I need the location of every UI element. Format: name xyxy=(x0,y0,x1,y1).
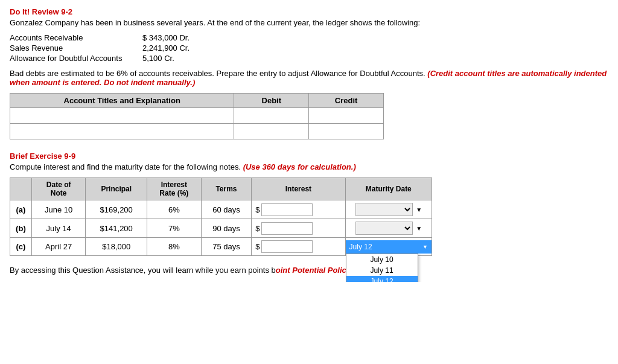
ledger-row-sales: Sales Revenue 2,241,900 Cr. xyxy=(10,43,608,53)
do-it-instructions: Bad debts are estimated to be 6% of acco… xyxy=(10,69,608,87)
do-it-intro: Gonzalez Company has been in business se… xyxy=(10,18,608,27)
dropdown-arrow-c: ▼ xyxy=(422,244,428,250)
ledger-label-ar: Accounts Receivable xyxy=(10,33,142,42)
notes-maturity-a[interactable]: ▼ xyxy=(345,200,432,219)
notes-maturity-b[interactable]: ▼ xyxy=(345,219,432,238)
journal-debit-cell-1[interactable] xyxy=(234,108,309,124)
journal-credit-cell-1[interactable] xyxy=(309,108,384,124)
maturity-dropdown-c[interactable]: July 12 ▼ July 10 July 11 July 12 August… xyxy=(346,240,432,254)
notes-header-rate: InterestRate (%) xyxy=(147,178,202,200)
notes-date-b: July 14 xyxy=(31,219,86,238)
notes-label-b: (b) xyxy=(10,219,32,238)
notes-terms-b: 90 days xyxy=(201,219,252,238)
journal-header-title: Account Titles and Explanation xyxy=(10,94,234,108)
journal-row-1 xyxy=(10,108,384,124)
journal-table: Account Titles and Explanation Debit Cre… xyxy=(10,93,384,139)
ledger-label-allowance: Allowance for Doubtful Accounts xyxy=(10,54,142,63)
notes-table: Date ofNote Principal InterestRate (%) T… xyxy=(10,177,432,256)
journal-debit-input-2[interactable] xyxy=(237,126,305,136)
journal-credit-cell-2[interactable] xyxy=(309,124,384,139)
ledger-label-sales: Sales Revenue xyxy=(10,43,142,53)
bottom-text: By accessing this Question Assistance, y… xyxy=(10,266,608,275)
notes-header-label xyxy=(10,178,32,200)
notes-row-b: (b) July 14 $141,200 7% 90 days $ ▼ xyxy=(10,219,432,238)
notes-principal-a: $169,200 xyxy=(86,200,147,219)
ledger-row-ar: Accounts Receivable $ 343,000 Dr. xyxy=(10,33,608,42)
brief-section: Brief Exercise 9-9 Compute interest and … xyxy=(10,152,608,275)
bottom-text-start: By accessing this Question Assistance, y… xyxy=(10,266,276,275)
brief-intro-red: (Use 360 days for calculation.) xyxy=(243,162,356,171)
notes-maturity-c[interactable]: July 12 ▼ July 10 July 11 July 12 August… xyxy=(345,238,432,256)
notes-header-date: Date ofNote xyxy=(31,178,86,200)
dropdown-option-july11[interactable]: July 11 xyxy=(346,265,418,276)
interest-input-a[interactable] xyxy=(261,203,313,216)
ledger-value-allowance: 5,100 Cr. xyxy=(142,54,174,63)
journal-title-cell-1[interactable] xyxy=(10,108,234,124)
notes-interest-c[interactable]: $ xyxy=(252,238,345,256)
maturity-selected-text-c: July 12 xyxy=(349,243,372,251)
do-it-title: Do It! Review 9-2 xyxy=(10,7,608,16)
ledger-value-ar: $ 343,000 Dr. xyxy=(142,33,190,42)
notes-header-maturity: Maturity Date xyxy=(345,178,432,200)
maturity-dropdown-list-c[interactable]: July 10 July 11 July 12 August 8 August … xyxy=(346,254,418,283)
journal-title-input-1[interactable] xyxy=(13,110,231,121)
notes-rate-b: 7% xyxy=(147,219,202,238)
notes-header-principal: Principal xyxy=(86,178,147,200)
notes-label-c: (c) xyxy=(10,238,32,256)
notes-date-c: April 27 xyxy=(31,238,86,256)
journal-credit-input-2[interactable] xyxy=(312,126,380,136)
journal-debit-cell-2[interactable] xyxy=(234,124,309,139)
brief-intro: Compute interest and find the maturity d… xyxy=(10,162,608,171)
notes-header-interest: Interest xyxy=(252,178,345,200)
dollar-sign-b: $ xyxy=(255,224,260,233)
ledger-table: Accounts Receivable $ 343,000 Dr. Sales … xyxy=(10,33,608,63)
journal-row-2 xyxy=(10,124,384,139)
maturity-selected-c[interactable]: July 12 ▼ xyxy=(346,240,432,254)
bottom-text-red: oint Potential Polic xyxy=(276,266,346,275)
journal-header-credit: Credit xyxy=(309,94,384,108)
dropdown-option-july10[interactable]: July 10 xyxy=(346,254,418,265)
journal-debit-input-1[interactable] xyxy=(237,110,305,121)
brief-title: Brief Exercise 9-9 xyxy=(10,152,608,161)
maturity-select-a[interactable] xyxy=(355,203,413,216)
instructions-text: Bad debts are estimated to be 6% of acco… xyxy=(10,69,425,78)
notes-rate-c: 8% xyxy=(147,238,202,256)
notes-principal-c: $18,000 xyxy=(86,238,147,256)
dollar-sign-c: $ xyxy=(255,242,260,251)
journal-header-debit: Debit xyxy=(234,94,309,108)
notes-header-terms: Terms xyxy=(201,178,252,200)
notes-row-c: (c) April 27 $18,000 8% 75 days $ July 1… xyxy=(10,238,432,256)
notes-terms-c: 75 days xyxy=(201,238,252,256)
dropdown-option-july12[interactable]: July 12 xyxy=(346,276,418,283)
notes-interest-a[interactable]: $ xyxy=(252,200,345,219)
do-it-section: Do It! Review 9-2 Gonzalez Company has b… xyxy=(10,7,608,139)
notes-principal-b: $141,200 xyxy=(86,219,147,238)
ledger-value-sales: 2,241,900 Cr. xyxy=(142,43,190,53)
brief-intro-text: Compute interest and find the maturity d… xyxy=(10,162,241,171)
journal-title-cell-2[interactable] xyxy=(10,124,234,139)
maturity-select-b[interactable] xyxy=(355,222,413,235)
dollar-sign-a: $ xyxy=(255,205,260,214)
journal-credit-input-1[interactable] xyxy=(312,110,380,121)
notes-rate-a: 6% xyxy=(147,200,202,219)
notes-date-a: June 10 xyxy=(31,200,86,219)
notes-label-a: (a) xyxy=(10,200,32,219)
journal-title-input-2[interactable] xyxy=(13,126,231,136)
interest-input-b[interactable] xyxy=(261,222,313,235)
notes-row-a: (a) June 10 $169,200 6% 60 days $ ▼ xyxy=(10,200,432,219)
notes-terms-a: 60 days xyxy=(201,200,252,219)
notes-interest-b[interactable]: $ xyxy=(252,219,345,238)
ledger-row-allowance: Allowance for Doubtful Accounts 5,100 Cr… xyxy=(10,54,608,63)
interest-input-c[interactable] xyxy=(261,240,313,253)
